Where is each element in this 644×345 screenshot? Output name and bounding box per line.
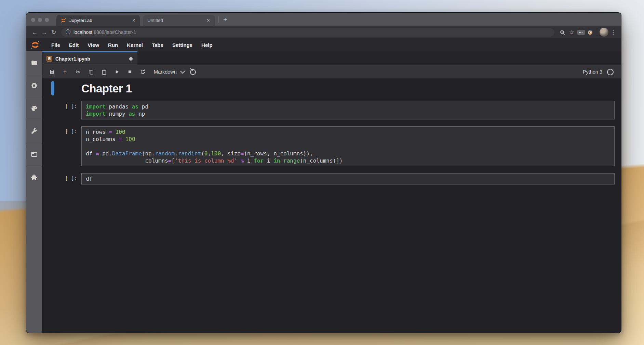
code-line: df = pd.DataFrame(np.random.randint(0,10… — [86, 150, 610, 157]
site-info-icon[interactable]: ⓘ — [66, 29, 70, 35]
sidebar-running-button[interactable] — [26, 74, 42, 97]
notebook-cell: [ ]:df — [42, 173, 621, 184]
chevron-down-icon — [180, 69, 185, 74]
sidebar-open-tabs-button[interactable] — [26, 143, 42, 166]
extension-ellipsis-icon[interactable]: ••• — [576, 28, 586, 37]
cell-prompt: [ ]: — [54, 173, 79, 184]
forward-button[interactable]: → — [39, 27, 49, 37]
menu-item-settings[interactable]: Settings — [168, 42, 197, 48]
code-line: import numpy as np — [86, 110, 610, 117]
tab-divider — [218, 16, 219, 23]
minimize-window-button[interactable] — [38, 18, 42, 22]
reload-button[interactable]: ↻ — [49, 27, 58, 37]
dock-panel: Chapter1.ipynb + — [42, 51, 621, 333]
code-line: df — [86, 175, 610, 182]
kernel-name[interactable]: Python 3 — [583, 69, 602, 75]
tab-title: JupyterLab — [69, 18, 131, 23]
zoom-search-icon[interactable] — [558, 28, 567, 37]
sidebar-files-button[interactable] — [26, 51, 42, 74]
bookmark-star-icon[interactable]: ☆ — [567, 28, 576, 37]
menu-item-help[interactable]: Help — [197, 42, 217, 48]
cut-cells-button[interactable]: ✂ — [73, 67, 83, 76]
browser-toolbar: ← → ↻ ⓘ localhost :8888/lab#Chapter-1 ☆ … — [26, 26, 621, 38]
address-bar[interactable]: ⓘ localhost :8888/lab#Chapter-1 — [61, 28, 554, 37]
back-button[interactable]: ← — [30, 27, 39, 37]
interrupt-kernel-button[interactable] — [125, 67, 135, 76]
menu-item-file[interactable]: File — [47, 42, 65, 48]
sidebar-commands-button[interactable] — [26, 97, 42, 120]
code-editor[interactable]: n_rows = 100n_columns = 100 df = pd.Data… — [81, 126, 615, 166]
folder-icon — [30, 59, 38, 66]
markdown-heading: Chapter 1 — [81, 82, 621, 95]
profile-avatar[interactable] — [599, 28, 608, 37]
cell-type-value: Markdown — [154, 69, 177, 75]
save-button[interactable] — [47, 67, 57, 76]
toolbar-divider — [597, 29, 597, 35]
browser-window: JupyterLab × Untitled × + ← → ↻ ⓘ localh… — [26, 12, 621, 333]
cell-prompt: [ ]: — [54, 126, 79, 166]
notebook-tab-title: Chapter1.ipynb — [55, 56, 129, 62]
code-line: n_rows = 100 — [86, 128, 610, 136]
cell-collapser[interactable] — [51, 81, 54, 95]
code-line: columns=['this is column %d' % i for i i… — [86, 157, 610, 164]
notebook-cells: Chapter 1[ ]:import pandas as pdimport n… — [42, 78, 621, 333]
insert-cell-button[interactable]: + — [60, 67, 70, 76]
url-host: localhost — [73, 29, 92, 35]
notebook-cell: Chapter 1 — [42, 81, 621, 95]
jupyter-favicon — [61, 17, 66, 23]
jupyterlab-app: File Edit View Run Kernel Tabs Settings … — [26, 38, 621, 333]
notebook-cell: [ ]:import pandas as pdimport numpy as n… — [42, 101, 621, 119]
markdown-cell-body[interactable]: Chapter 1 — [81, 81, 621, 95]
code-editor[interactable]: import pandas as pdimport numpy as np — [81, 101, 615, 119]
close-window-button[interactable] — [31, 18, 35, 22]
tab-title: Untitled — [147, 18, 206, 23]
notebook-tab-chapter1[interactable]: Chapter1.ipynb — [42, 51, 137, 65]
new-tab-button[interactable]: + — [220, 15, 230, 24]
browser-tab-jupyterlab[interactable]: JupyterLab × — [56, 15, 140, 26]
run-cell-button[interactable] — [112, 67, 122, 76]
extension-avatar-icon[interactable] — [586, 28, 595, 37]
sidebar-extensions-button[interactable] — [26, 166, 42, 189]
traffic-lights — [31, 18, 49, 22]
code-editor[interactable]: df — [81, 173, 615, 184]
wrench-icon — [30, 128, 38, 135]
menu-item-tabs[interactable]: Tabs — [147, 42, 168, 48]
code-line: import pandas as pd — [86, 103, 610, 110]
browser-tab-untitled[interactable]: Untitled × — [143, 15, 215, 26]
sidebar-inspector-button[interactable] — [26, 120, 42, 143]
code-line: n_columns = 100 — [86, 136, 610, 143]
notebook-cell: [ ]:n_rows = 100n_columns = 100 df = pd.… — [42, 126, 621, 166]
jupyter-logo — [30, 40, 40, 50]
restart-kernel-button[interactable] — [138, 67, 148, 76]
jupyterlab-menubar: File Edit View Run Kernel Tabs Settings … — [26, 38, 621, 51]
kernel-status-icon — [607, 69, 614, 75]
browser-menu-icon[interactable]: ⋮ — [608, 28, 618, 37]
palette-icon — [30, 105, 38, 112]
cell-collapser[interactable] — [51, 173, 54, 184]
code-line — [86, 143, 610, 150]
notebook-toolbar: + ✂ — [42, 65, 621, 78]
url-path: :8888/lab#Chapter-1 — [92, 29, 136, 35]
zoom-window-button[interactable] — [45, 18, 49, 22]
cell-prompt: [ ]: — [54, 101, 79, 119]
restart-run-all-icon[interactable] — [188, 67, 198, 76]
copy-cells-button[interactable] — [86, 67, 96, 76]
menu-item-edit[interactable]: Edit — [65, 42, 83, 48]
document-tabbar: Chapter1.ipynb — [42, 51, 621, 65]
notebook-file-icon — [46, 56, 52, 62]
open-tabs-icon — [30, 151, 38, 158]
unsaved-dot-icon — [129, 57, 133, 61]
menu-item-view[interactable]: View — [83, 42, 104, 48]
browser-tabstrip: JupyterLab × Untitled × + — [26, 13, 621, 26]
cell-collapser[interactable] — [51, 126, 54, 166]
cell-type-dropdown[interactable]: Markdown — [154, 69, 184, 75]
menu-item-run[interactable]: Run — [104, 42, 122, 48]
menu-item-kernel[interactable]: Kernel — [122, 42, 147, 48]
tab-close-icon[interactable]: × — [131, 17, 136, 24]
cell-collapser[interactable] — [51, 101, 54, 119]
paste-cells-button[interactable] — [99, 67, 109, 76]
desktop-wallpaper: JupyterLab × Untitled × + ← → ↻ ⓘ localh… — [0, 0, 644, 345]
tab-close-icon[interactable]: × — [206, 17, 211, 24]
activity-sidebar — [26, 51, 42, 333]
extension-puzzle-icon — [30, 174, 38, 181]
